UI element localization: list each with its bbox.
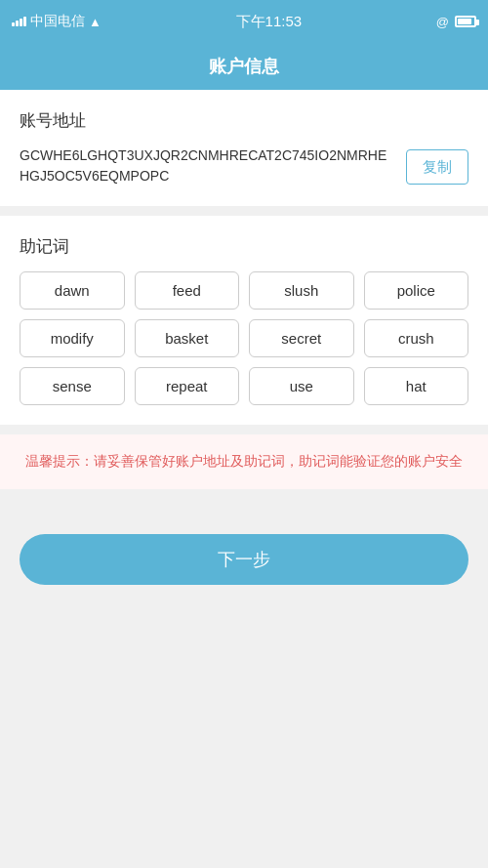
mnemonic-word-item: repeat bbox=[135, 367, 240, 405]
mnemonic-word-item: slush bbox=[249, 271, 354, 310]
status-right: @ bbox=[436, 15, 476, 29]
spacer bbox=[0, 499, 488, 518]
address-text: GCWHE6LGHQT3UXJQR2CNMHRECAT2C745IO2NMRHE… bbox=[20, 145, 394, 186]
next-button[interactable]: 下一步 bbox=[20, 534, 468, 585]
page-title: 账户信息 bbox=[209, 55, 279, 78]
mnemonic-word-item: feed bbox=[135, 271, 240, 310]
mnemonic-grid: dawnfeedslushpolicemodifybasketsecretcru… bbox=[20, 271, 468, 405]
mnemonic-card: 助记词 dawnfeedslushpolicemodifybasketsecre… bbox=[0, 216, 488, 425]
status-bar: 中国电信 ▲ 下午11:53 @ bbox=[0, 0, 488, 43]
copy-button[interactable]: 复制 bbox=[406, 149, 468, 185]
at-icon: @ bbox=[436, 15, 449, 29]
mnemonic-word-item: hat bbox=[364, 367, 469, 405]
bottom-area: 下一步 bbox=[0, 518, 488, 614]
warning-section: 温馨提示：请妥善保管好账户地址及助记词，助记词能验证您的账户安全 bbox=[0, 434, 488, 489]
app-header: 账户信息 bbox=[0, 43, 488, 90]
address-card: 账号地址 GCWHE6LGHQT3UXJQR2CNMHRECAT2C745IO2… bbox=[0, 90, 488, 206]
mnemonic-word-item: dawn bbox=[20, 271, 125, 310]
status-left: 中国电信 ▲ bbox=[12, 13, 102, 30]
mnemonic-section-label: 助记词 bbox=[20, 235, 468, 258]
carrier-label: 中国电信 bbox=[30, 13, 85, 30]
wifi-icon: ▲ bbox=[89, 15, 102, 29]
signal-icon bbox=[12, 17, 26, 26]
mnemonic-word-item: sense bbox=[20, 367, 125, 405]
address-section: GCWHE6LGHQT3UXJQR2CNMHRECAT2C745IO2NMRHE… bbox=[20, 145, 468, 186]
status-time: 下午11:53 bbox=[236, 13, 303, 31]
mnemonic-word-item: crush bbox=[364, 319, 469, 357]
mnemonic-word-item: use bbox=[249, 367, 354, 405]
mnemonic-word-item: police bbox=[364, 271, 469, 310]
mnemonic-word-item: modify bbox=[20, 319, 125, 357]
battery-icon bbox=[455, 16, 476, 27]
mnemonic-word-item: basket bbox=[135, 319, 240, 357]
mnemonic-word-item: secret bbox=[249, 319, 354, 357]
warning-text: 温馨提示：请妥善保管好账户地址及助记词，助记词能验证您的账户安全 bbox=[20, 450, 468, 474]
address-section-label: 账号地址 bbox=[20, 109, 468, 132]
